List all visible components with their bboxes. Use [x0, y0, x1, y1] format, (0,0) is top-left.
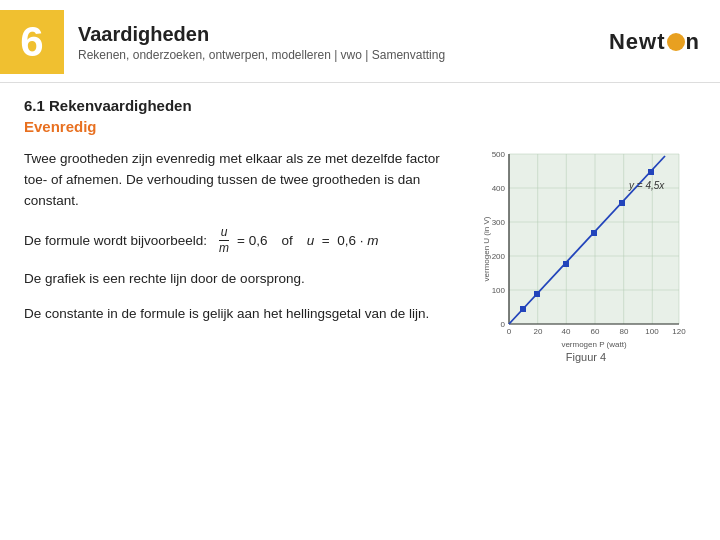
content: 6.1 Rekenvaardigheden Evenredig Twee gro… [0, 83, 720, 373]
svg-text:100: 100 [645, 327, 659, 336]
data-point [591, 230, 597, 236]
logo-text: Newtn [609, 29, 700, 55]
frac-denominator: m [219, 242, 229, 255]
formula-equals: = 0,6 [237, 233, 267, 248]
sub-title: Evenredig [24, 118, 696, 135]
data-point [534, 291, 540, 297]
svg-text:400: 400 [492, 184, 506, 193]
svg-text:20: 20 [534, 327, 543, 336]
formula-line: De formule wordt bijvoorbeeld: u m = 0,6… [24, 226, 456, 255]
chart-wrapper: y = 4,5x 0 100 200 300 400 500 0 20 40 6… [481, 149, 691, 349]
figuur-label: Figuur 4 [566, 351, 606, 363]
frac-numerator: u [221, 226, 228, 239]
paragraph-3: De constante in de formule is gelijk aan… [24, 304, 456, 325]
data-point [520, 306, 526, 312]
svg-text:80: 80 [620, 327, 629, 336]
svg-text:500: 500 [492, 150, 506, 159]
data-point [619, 200, 625, 206]
logo-circle [667, 33, 685, 51]
svg-text:0: 0 [507, 327, 512, 336]
data-point [648, 169, 654, 175]
svg-text:120: 120 [672, 327, 686, 336]
svg-text:40: 40 [562, 327, 571, 336]
chapter-number-block: 6 [0, 10, 64, 74]
svg-text:300: 300 [492, 218, 506, 227]
section-title: 6.1 Rekenvaardigheden [24, 97, 696, 114]
data-point [563, 261, 569, 267]
svg-text:60: 60 [591, 327, 600, 336]
text-column: Twee grootheden zijn evenredig met elkaa… [24, 149, 456, 363]
svg-text:200: 200 [492, 252, 506, 261]
paragraph-2: De grafiek is een rechte lijn door de oo… [24, 269, 456, 290]
header: 6 Vaardigheden Rekenen, onderzoeken, ont… [0, 0, 720, 83]
of-text: of [282, 233, 293, 248]
x-axis-label: vermogen P (watt) [561, 340, 627, 349]
chart-svg: y = 4,5x 0 100 200 300 400 500 0 20 40 6… [481, 149, 691, 349]
y-axis-label: vermogen U (in V) [482, 216, 491, 281]
chart-column: y = 4,5x 0 100 200 300 400 500 0 20 40 6… [476, 149, 696, 363]
header-title: Vaardigheden [78, 23, 445, 46]
chapter-number: 6 [20, 18, 43, 66]
formula-fraction: u m = 0,6 [217, 226, 267, 255]
formula-prefix: De formule wordt bijvoorbeeld: [24, 233, 207, 248]
svg-text:0: 0 [501, 320, 506, 329]
formula-alt: u = 0,6 · m [307, 233, 379, 248]
header-subtitle: Rekenen, onderzoeken, ontwerpen, modelle… [78, 48, 445, 62]
header-text: Vaardigheden Rekenen, onderzoeken, ontwe… [78, 23, 445, 62]
line-label: y = 4,5x [628, 180, 665, 191]
main-body: Twee grootheden zijn evenredig met elkaa… [24, 149, 696, 363]
paragraph-1: Twee grootheden zijn evenredig met elkaa… [24, 149, 456, 212]
svg-text:100: 100 [492, 286, 506, 295]
fraction: u m [219, 226, 229, 255]
logo: Newtn [609, 29, 700, 55]
